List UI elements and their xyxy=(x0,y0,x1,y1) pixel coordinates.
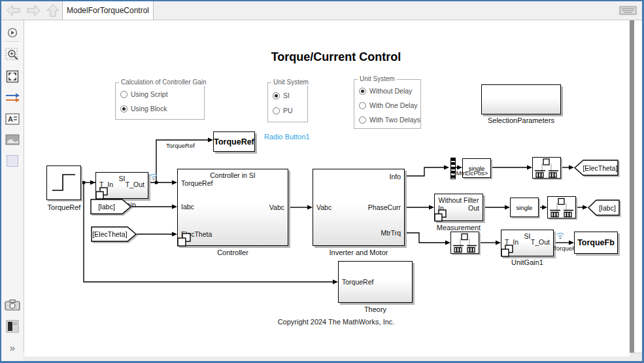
port-label: Vabc xyxy=(269,203,284,211)
block-name: Theory xyxy=(338,305,413,313)
rate-transition-icon xyxy=(451,232,479,253)
rate-transition-block[interactable] xyxy=(532,157,561,179)
radio-button1-annotation[interactable]: Radio Button1 xyxy=(264,133,310,141)
measurement-block[interactable]: Without Filter In Out xyxy=(434,194,483,221)
inverter-and-motor-block[interactable]: Vabc Info PhaseCurr MtrTrq xyxy=(313,169,405,246)
controller-block[interactable]: Controller in SI TorqueRef Iabc ElecThet… xyxy=(177,169,288,246)
port-label: PhaseCurr xyxy=(368,203,401,211)
radio-option[interactable]: With Two Delays xyxy=(359,116,420,124)
radio-option[interactable]: SI xyxy=(273,92,290,99)
port-label: T_Out xyxy=(126,181,144,188)
radio-option[interactable]: Using Block xyxy=(120,105,167,112)
rate-transition-block[interactable] xyxy=(547,196,576,218)
block-name: Controller xyxy=(177,249,288,256)
goto-label: TorqueFb xyxy=(577,238,615,247)
radio-label: PU xyxy=(283,107,293,114)
keyboard-icon[interactable] xyxy=(619,5,637,16)
radio-label: SI xyxy=(283,92,290,99)
goto-iabc-tag[interactable]: [Iabc] xyxy=(588,199,620,218)
block-header: Controller in SI xyxy=(178,171,288,179)
back-button[interactable] xyxy=(5,3,22,18)
port-label: T_Out xyxy=(531,238,550,246)
radio-circle-selected[interactable] xyxy=(273,92,280,99)
annotation-icon[interactable]: A xyxy=(5,113,20,125)
area-icon[interactable] xyxy=(7,155,18,167)
radio-label: With Two Delays xyxy=(369,116,420,124)
radio-circle-selected[interactable] xyxy=(359,88,366,95)
theory-block[interactable]: TorqueRef xyxy=(338,261,413,303)
port-label: Vabc xyxy=(316,203,331,211)
rate-transition-block[interactable] xyxy=(450,232,479,254)
unitgain1-block[interactable]: SI T_In T_Out xyxy=(501,230,554,256)
screenshot-camera-icon[interactable] xyxy=(5,299,20,311)
show-explorer-icon[interactable] xyxy=(7,27,18,39)
palette-separator xyxy=(6,41,19,42)
forward-button[interactable] xyxy=(25,3,42,18)
variant-badge-icon xyxy=(177,233,192,247)
model-title: Torque/Current Control xyxy=(205,50,467,64)
svg-text:A: A xyxy=(8,115,13,123)
radio-circle[interactable] xyxy=(359,116,366,124)
image-icon[interactable] xyxy=(5,134,20,145)
radio-label: Without Delay xyxy=(369,87,412,95)
rate-transition-icon xyxy=(548,197,575,218)
from-electheta-tag[interactable]: [ElecTheta] xyxy=(91,226,137,245)
port-label: Iabc xyxy=(181,203,194,211)
model-tab[interactable]: ModelForTorqueControl xyxy=(62,1,154,20)
port-label: Out xyxy=(468,204,479,212)
variant-badge-icon xyxy=(433,209,448,222)
model-tab-label: ModelForTorqueControl xyxy=(67,6,149,15)
rate-transition-icon xyxy=(533,158,560,178)
goto-electheta-tag[interactable]: [ElecTheta] xyxy=(574,160,619,179)
radio-option[interactable]: PU xyxy=(273,107,293,114)
radio-circle[interactable] xyxy=(359,102,366,109)
radio-circle[interactable] xyxy=(273,107,280,114)
goto-torquefb-block[interactable]: TorqueFb xyxy=(574,232,618,254)
variant-badge-icon xyxy=(95,187,109,200)
radio-circle[interactable] xyxy=(120,91,127,98)
block-header: Without Filter xyxy=(435,196,483,204)
goto-torqueref-block[interactable]: TorqueRef xyxy=(213,131,255,152)
port-label: TorqueRef xyxy=(181,179,212,187)
radio-option[interactable]: With One Delay xyxy=(359,101,418,109)
radio-group-title: Unit System xyxy=(271,78,311,86)
block-name: Measurement xyxy=(434,224,483,232)
radio-circle-selected[interactable] xyxy=(120,105,127,112)
fit-to-view-icon[interactable] xyxy=(6,70,19,83)
navigation-toolbar: ModelForTorqueControl xyxy=(1,1,642,20)
signal-arrows-icon[interactable] xyxy=(5,92,20,104)
from-iabc-tag[interactable]: [Iabc] xyxy=(90,199,132,217)
radio-option[interactable]: Without Delay xyxy=(359,87,412,95)
signal-wire[interactable] xyxy=(405,167,445,176)
radio-group-unit-system-si: Unit System SI PU xyxy=(267,82,308,122)
step-source-block[interactable] xyxy=(46,165,81,200)
signal-logging-icon[interactable] xyxy=(555,231,566,240)
copyright-text: Copyright 2024 The MathWorks, Inc. xyxy=(205,318,467,326)
zoom-in-icon[interactable] xyxy=(5,48,20,62)
radio-group-unit-system-delay: Unit System Without Delay With One Delay… xyxy=(354,79,421,129)
viewmarks-icon[interactable] xyxy=(6,320,19,333)
port-label: TorqueRef xyxy=(342,278,373,286)
radio-label: Using Script xyxy=(131,90,168,98)
block-name: SelectionParameters xyxy=(481,116,561,124)
canvas-palette: A » xyxy=(1,20,24,361)
simulink-window: ModelForTorqueControl xyxy=(0,0,644,363)
data-type-conversion-block[interactable]: single xyxy=(510,198,539,217)
up-to-parent-button[interactable] xyxy=(44,3,61,18)
tag-label: [Iabc] xyxy=(98,203,115,211)
block-name: TorqueRef xyxy=(37,203,91,211)
selection-parameters-block[interactable] xyxy=(481,84,561,114)
radio-group-title: Calculation of Controller Gain xyxy=(119,78,209,86)
radio-label: With One Delay xyxy=(369,101,418,109)
step-icon xyxy=(47,166,80,199)
radio-group-title: Unit System xyxy=(358,75,397,82)
conversion-label: single xyxy=(517,204,533,211)
unitgain-block[interactable]: SI T_In T_Out xyxy=(95,172,148,199)
block-name: UnitGain1 xyxy=(501,258,554,266)
signal-label-mtrelcpos: <MtrElcPos> xyxy=(452,169,488,177)
signal-wire[interactable] xyxy=(405,233,447,243)
model-canvas[interactable]: Torque/Current Control Radio Button1 Cop… xyxy=(24,20,630,356)
expand-palette-icon[interactable]: » xyxy=(10,342,15,353)
radio-option[interactable]: Using Script xyxy=(120,90,168,98)
signal-logging-icon[interactable] xyxy=(148,172,159,181)
